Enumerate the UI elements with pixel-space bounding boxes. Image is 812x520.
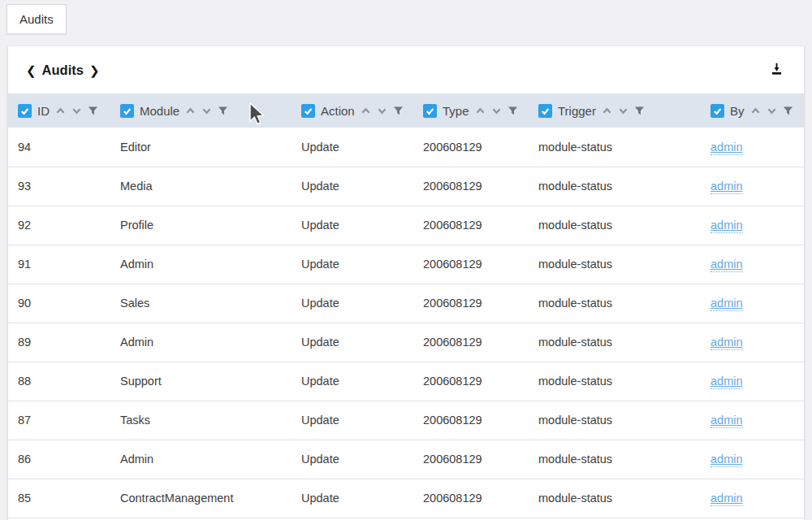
cell-trigger: module-status: [529, 479, 701, 518]
filter-icon[interactable]: [634, 106, 645, 116]
panel-toolbar: ❮ Audits ❯: [8, 46, 804, 93]
table-row: 86 Admin Update 200608129 module-status …: [8, 440, 804, 479]
user-link[interactable]: admin: [710, 375, 743, 389]
sort-desc-icon[interactable]: [201, 106, 212, 116]
sort-asc-icon[interactable]: [185, 106, 196, 116]
cell-module: Admin: [110, 245, 292, 284]
column-checkbox[interactable]: [18, 104, 32, 118]
cell-by: admin: [701, 128, 804, 167]
cell-type: 200608129: [413, 284, 529, 323]
column-header-action: Action: [292, 93, 413, 128]
sort-asc-icon[interactable]: [361, 106, 371, 116]
breadcrumb: ❮ Audits ❯: [26, 63, 100, 78]
cell-trigger: module-status: [529, 362, 701, 401]
chevron-left-icon[interactable]: ❮: [26, 64, 37, 76]
sort-desc-icon[interactable]: [71, 106, 82, 116]
cell-type: 200608129: [413, 323, 529, 362]
download-icon: [769, 61, 784, 80]
cell-id: 89: [8, 323, 110, 362]
column-header-by: By: [701, 93, 804, 128]
sort-desc-icon[interactable]: [377, 106, 387, 116]
filter-icon[interactable]: [393, 106, 404, 116]
tab-audits[interactable]: Audits: [6, 4, 67, 34]
column-checkbox[interactable]: [423, 104, 437, 118]
cell-action: Update: [292, 245, 413, 284]
cell-by: admin: [701, 479, 804, 518]
cell-trigger: module-status: [529, 245, 701, 284]
cell-action: Update: [292, 167, 413, 206]
cell-type: 200608129: [413, 362, 529, 401]
cell-by: admin: [701, 167, 804, 206]
cell-type: 200608129: [413, 245, 529, 284]
audits-panel: ❮ Audits ❯ ID: [8, 46, 804, 520]
filter-icon[interactable]: [783, 106, 793, 116]
cell-id: 86: [8, 440, 110, 479]
user-link[interactable]: admin: [710, 414, 743, 428]
cell-type: 200608129: [413, 206, 529, 245]
filter-icon[interactable]: [508, 106, 518, 116]
sort-asc-icon[interactable]: [475, 106, 486, 116]
column-label: Trigger: [558, 104, 596, 118]
cell-by: admin: [701, 401, 804, 440]
cell-action: Update: [292, 401, 413, 440]
column-label: Action: [321, 104, 355, 118]
download-button[interactable]: [769, 61, 784, 80]
sort-desc-icon[interactable]: [491, 106, 502, 116]
cell-id: 92: [8, 206, 110, 245]
user-link[interactable]: admin: [710, 141, 743, 155]
cell-trigger: module-status: [529, 206, 701, 245]
cell-id: 88: [8, 362, 110, 401]
user-link[interactable]: admin: [710, 219, 743, 233]
table-row: 87 Tasks Update 200608129 module-status …: [8, 401, 804, 440]
cell-id: 94: [8, 128, 110, 167]
cell-by: admin: [701, 323, 804, 362]
cell-trigger: module-status: [529, 167, 701, 206]
cell-module: Admin: [110, 440, 292, 479]
sort-asc-icon[interactable]: [750, 106, 761, 116]
cell-id: 90: [8, 284, 110, 323]
page-title: Audits: [42, 63, 84, 78]
cell-by: admin: [701, 284, 804, 323]
cell-action: Update: [292, 479, 413, 518]
user-link[interactable]: admin: [710, 492, 743, 506]
cell-by: admin: [701, 362, 804, 401]
audits-table: ID Module: [8, 93, 804, 518]
column-checkbox[interactable]: [120, 104, 134, 118]
sort-desc-icon[interactable]: [618, 106, 628, 116]
cell-id: 91: [8, 245, 110, 284]
column-checkbox[interactable]: [710, 104, 724, 118]
cell-action: Update: [292, 362, 413, 401]
filter-icon[interactable]: [218, 106, 228, 116]
column-checkbox[interactable]: [301, 104, 315, 118]
table-row: 89 Admin Update 200608129 module-status …: [8, 323, 804, 362]
column-header-module: Module: [110, 93, 292, 128]
cell-module: Editor: [110, 128, 292, 167]
filter-icon[interactable]: [88, 106, 98, 116]
column-label: Type: [443, 104, 469, 118]
cell-type: 200608129: [413, 479, 529, 518]
cell-module: ContractManagement: [110, 479, 292, 518]
column-header-trigger: Trigger: [529, 93, 701, 128]
cell-action: Update: [292, 323, 413, 362]
sort-asc-icon[interactable]: [602, 106, 612, 116]
cell-by: admin: [701, 206, 804, 245]
cell-type: 200608129: [413, 401, 529, 440]
cell-trigger: module-status: [529, 128, 701, 167]
table-row: 91 Admin Update 200608129 module-status …: [8, 245, 804, 284]
user-link[interactable]: admin: [710, 180, 743, 194]
cell-module: Media: [110, 167, 292, 206]
user-link[interactable]: admin: [710, 336, 743, 350]
table-row: 94 Editor Update 200608129 module-status…: [8, 128, 804, 167]
cell-action: Update: [292, 284, 413, 323]
user-link[interactable]: admin: [710, 453, 743, 467]
cell-id: 93: [8, 167, 110, 206]
cell-module: Support: [110, 362, 292, 401]
user-link[interactable]: admin: [710, 258, 743, 272]
user-link[interactable]: admin: [710, 297, 743, 311]
chevron-right-icon[interactable]: ❯: [89, 64, 100, 76]
sort-desc-icon[interactable]: [767, 106, 777, 116]
column-checkbox[interactable]: [538, 104, 552, 118]
cell-trigger: module-status: [529, 284, 701, 323]
sort-asc-icon[interactable]: [55, 106, 66, 116]
cell-module: Sales: [110, 284, 292, 323]
